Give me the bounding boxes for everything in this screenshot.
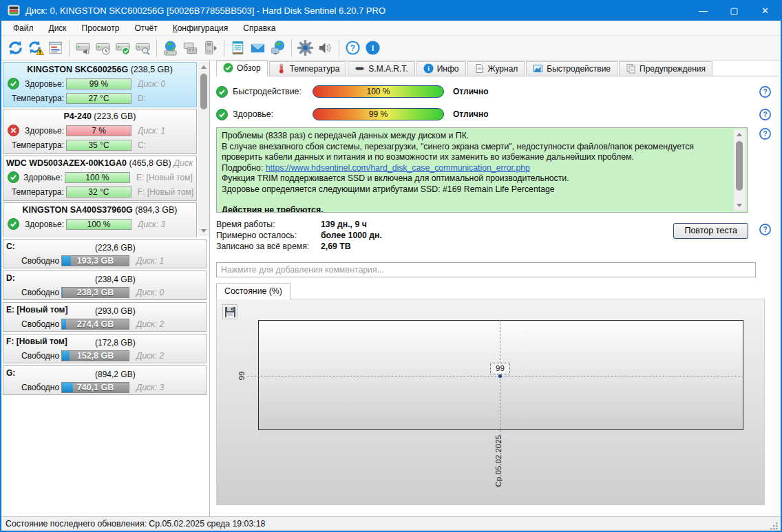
help-icon[interactable]: ? [759, 128, 771, 140]
performance-meter: 100 % [313, 85, 444, 98]
health-bar: 7 % [66, 125, 131, 136]
refresh-warning-icon[interactable] [25, 38, 45, 58]
disk-list-scrollbar[interactable] [198, 62, 209, 236]
scroll-down-icon[interactable] [198, 226, 209, 236]
disk-search-icon[interactable] [133, 38, 153, 58]
volume-item[interactable]: G:(894,2 GB) Свободно 740,1 GB Диск: 3 [3, 365, 207, 395]
resize-grip[interactable] [770, 522, 779, 531]
volume-ref: E: [Новый том], [136, 173, 193, 182]
sound-icon[interactable] [315, 38, 335, 58]
help-icon[interactable]: ? [343, 38, 363, 58]
settings-gear-icon[interactable] [295, 38, 315, 58]
chart-xtick: Ср.05.02.2025 [494, 435, 503, 487]
menu-help[interactable]: Справка [235, 21, 283, 35]
chart-icon [533, 63, 543, 74]
tab-alerts[interactable]: Предупреждения [619, 61, 712, 76]
thermometer-icon [276, 63, 286, 74]
scrollbar-thumb[interactable] [736, 141, 743, 191]
help-icon[interactable]: ? [759, 86, 771, 98]
menu-report[interactable]: Отчёт [127, 21, 165, 35]
volume-item[interactable]: E: [Новый том](293,0 GB) Свободно 274,4 … [3, 302, 207, 332]
used-space-fill [62, 351, 70, 361]
report-icon[interactable] [45, 38, 65, 58]
close-button[interactable]: ✕ [750, 0, 781, 21]
disk-size: (238,5 GB) [131, 65, 173, 74]
free-space-bar: 152,8 GB [61, 350, 129, 361]
disk-list-item[interactable]: KINGSTON SKC600256G (238,5 GB) Здоровье:… [3, 62, 197, 107]
disk-hardware-icon[interactable] [180, 38, 200, 58]
volume-item[interactable]: C:(223,6 GB) Свободно 193,3 GB Диск: 1 [3, 239, 207, 268]
scrollbar-thumb[interactable] [200, 74, 207, 109]
toolbar-separator [156, 39, 157, 57]
disk-list-item[interactable]: KINGSTON SA400S37960G (894,3 GB) Здоровь… [3, 202, 197, 237]
tab-overview[interactable]: Обзор [216, 61, 268, 76]
sidebar: KINGSTON SKC600256G (238,5 GB) Здоровье:… [1, 61, 210, 516]
used-space-fill [62, 383, 73, 392]
comment-input[interactable] [216, 262, 756, 277]
svg-text:?: ? [763, 88, 767, 96]
chart-ytick: 99 [236, 370, 247, 381]
message-action: Действия не требуются. [222, 205, 729, 213]
free-label: Свободно [21, 351, 61, 361]
message-scrollbar[interactable] [734, 129, 746, 211]
volume-item[interactable]: F: [Новый том](172,8 GB) Свободно 152,8 … [3, 334, 207, 363]
toolbar-separator [224, 39, 224, 57]
help-icon[interactable]: ? [759, 109, 771, 120]
email-icon[interactable] [248, 38, 268, 58]
temp-label: Температура: [8, 94, 64, 103]
status-ok-icon [216, 86, 228, 98]
disk-accept-icon[interactable] [113, 38, 133, 58]
network-icon[interactable] [268, 38, 288, 58]
disk-list-item[interactable]: WDC WD5003AZEX-00K1GA0 (465,8 GB) Диск: … [3, 156, 197, 201]
app-window: Диск: 0, KINGSTON SKC600256G [50026B7785… [0, 0, 782, 532]
tab-performance[interactable]: Быстродействие [526, 61, 617, 76]
svg-text:?: ? [763, 111, 767, 118]
floppy-disk-icon [224, 306, 236, 318]
chart-tab-state[interactable]: Состояние (%) [216, 283, 290, 299]
disk-number: Диск: 0 [136, 288, 164, 297]
menu-view[interactable]: Просмотр [74, 21, 127, 35]
app-logo-icon [8, 4, 20, 17]
performance-label: Быстродействие: [233, 87, 313, 96]
details-link[interactable]: https://www.hdsentinel.com/hard_disk_cas… [266, 163, 530, 173]
menu-file[interactable]: Файл [6, 21, 41, 35]
free-space-bar: 740,1 GB [61, 382, 129, 393]
volume-name: C: [6, 242, 15, 251]
menu-disk[interactable]: Диск [41, 21, 74, 35]
disk-number: Диск: 1 [136, 256, 164, 266]
overview-panel: Быстродействие: 100 % Отлично ? Здоровье… [216, 76, 781, 516]
message-advice: В случае внезапного сбоя системы, переза… [222, 142, 729, 163]
refresh-icon[interactable] [6, 38, 25, 58]
health-ok-icon [8, 218, 19, 230]
network-disk-icon[interactable] [160, 38, 180, 58]
disk-acoustic-icon[interactable] [73, 38, 93, 58]
maximize-button[interactable]: ▢ [719, 0, 750, 21]
tab-smart[interactable]: S.M.A.R.T. [348, 61, 414, 76]
minimize-button[interactable]: — [688, 0, 719, 21]
free-label: Свободно [21, 383, 61, 392]
scroll-up-icon[interactable] [734, 129, 745, 140]
scroll-down-icon[interactable] [734, 200, 745, 211]
notepad-report-icon[interactable] [228, 38, 248, 58]
volume-size: (172,8 GB) [95, 337, 136, 349]
tab-info[interactable]: i Инфо [416, 61, 466, 76]
health-bar: 99 % [66, 78, 131, 89]
disk-clock-icon[interactable] [93, 38, 113, 58]
info-icon[interactable]: i [363, 38, 383, 58]
save-chart-button[interactable] [222, 304, 237, 319]
menu-configuration[interactable]: Конфигурация [165, 21, 236, 35]
health-rating: Отлично [453, 109, 489, 119]
tab-log[interactable]: Журнал [467, 61, 525, 76]
tab-temperature[interactable]: Температура [269, 61, 347, 76]
help-icon[interactable]: ? [759, 224, 771, 235]
disk-eject-icon[interactable] [200, 38, 220, 58]
volume-item[interactable]: D:(238,4 GB) Свободно 238,3 GB Диск: 0 [3, 270, 207, 300]
volume-name: E: [Новый том] [6, 305, 67, 315]
volume-size: (238,4 GB) [95, 274, 136, 286]
retest-button[interactable]: Повтор теста [673, 223, 748, 239]
scroll-up-icon[interactable] [198, 62, 209, 72]
health-error-icon [8, 125, 19, 136]
health-ok-icon [8, 78, 19, 89]
disk-list-item[interactable]: P4-240 (223,6 GB) Здоровье: 7 % Диск: 1 … [3, 109, 197, 154]
free-label: Свободно [21, 256, 61, 266]
